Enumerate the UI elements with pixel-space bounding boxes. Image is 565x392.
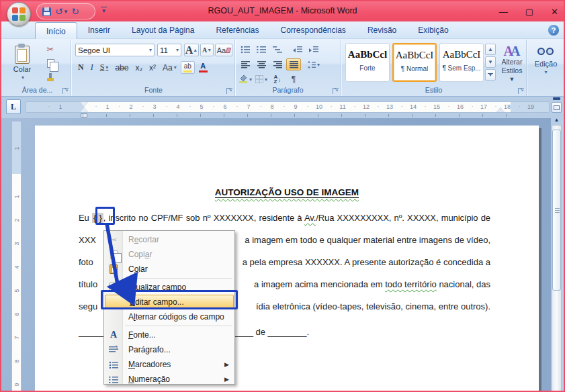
maximize-button[interactable]: ▢ bbox=[525, 7, 533, 16]
close-button[interactable]: ✕ bbox=[551, 7, 558, 16]
minimize-button[interactable]: — bbox=[499, 7, 508, 16]
tab-revisao[interactable]: Revisão bbox=[357, 21, 407, 39]
decrease-indent-button[interactable] bbox=[290, 43, 305, 55]
align-center-button[interactable] bbox=[254, 58, 269, 70]
menu-item-paragrafo[interactable]: ¶ Parágrafo... bbox=[104, 342, 234, 357]
increase-indent-button[interactable] bbox=[306, 43, 321, 55]
menu-item-alternar-codigos[interactable]: Alternar códigos de campo bbox=[104, 309, 234, 324]
tab-correspondencias[interactable]: Correspondências bbox=[269, 21, 356, 39]
align-left-button[interactable] bbox=[238, 58, 253, 70]
font-color-button[interactable]: A bbox=[196, 61, 210, 74]
menu-item-marcadores[interactable]: Marcadores ▶ bbox=[104, 357, 234, 372]
strikethrough-button[interactable]: abe bbox=[112, 61, 131, 74]
font-dialog-launcher-icon[interactable] bbox=[226, 88, 232, 94]
submenu-arrow-icon: ▶ bbox=[224, 376, 229, 383]
borders-button[interactable]: ▾ bbox=[254, 73, 269, 85]
document-title: AUTORIZAÇÃO USO DE IMAGEM bbox=[35, 187, 539, 197]
chevron-down-icon: ▾ bbox=[249, 77, 252, 83]
numbering-icon bbox=[107, 374, 120, 385]
vertical-ruler[interactable]: 1123456789 bbox=[11, 121, 21, 392]
chevron-down-icon: ▾ bbox=[528, 69, 564, 75]
style-sem-espacamento[interactable]: AaBbCcI ¶ Sem Esp... bbox=[439, 43, 484, 82]
font-group-label: Fonte bbox=[73, 86, 234, 95]
superscript-button[interactable]: x² bbox=[146, 61, 159, 74]
first-line-indent-marker[interactable] bbox=[80, 102, 88, 107]
scrollbar-track[interactable] bbox=[552, 125, 562, 392]
chevron-down-icon: ▾ bbox=[105, 64, 108, 70]
undo-caret-icon[interactable]: ▾ bbox=[64, 8, 68, 15]
justify-button[interactable] bbox=[286, 58, 301, 70]
tab-referencias[interactable]: Referências bbox=[205, 21, 269, 39]
italic-button[interactable]: I bbox=[88, 61, 96, 74]
paragraph-dialog-launcher-icon[interactable] bbox=[333, 88, 339, 94]
change-styles-button[interactable]: AA Alterar Estilos ▾ bbox=[498, 42, 525, 85]
line-spacing-button[interactable]: ▾ bbox=[305, 58, 322, 70]
svg-text:¶: ¶ bbox=[116, 346, 118, 349]
tab-layout-da-pagina[interactable]: Layout da Página bbox=[121, 21, 205, 39]
highlight-color-button[interactable]: ab bbox=[181, 61, 195, 74]
clipboard-dialog-launcher-icon[interactable] bbox=[62, 88, 69, 94]
styles-scroll-up-icon[interactable]: ▲ bbox=[485, 44, 496, 55]
copy-button[interactable] bbox=[42, 57, 59, 69]
menu-separator bbox=[125, 326, 232, 326]
paste-button[interactable]: Colar ▾ bbox=[8, 42, 36, 84]
undo-icon[interactable]: ↺ bbox=[55, 7, 63, 16]
bold-button[interactable]: N bbox=[75, 61, 87, 74]
scrollbar-thumb[interactable] bbox=[552, 130, 561, 291]
shading-button[interactable]: ▾ bbox=[238, 73, 253, 85]
horizontal-ruler[interactable]: 1·1·2·3·4·5·6·7·8·9·10·11·12·13·14·15·16… bbox=[26, 101, 550, 113]
paragraph-icon: ¶ bbox=[107, 344, 120, 355]
right-indent-marker[interactable] bbox=[496, 107, 505, 112]
font-name-combo[interactable]: Segoe UI▾ bbox=[75, 44, 155, 56]
change-case-button[interactable]: Aa▾ bbox=[160, 61, 179, 74]
group-styles: AaBbCcl Forte AaBbCcI ¶ Normal AaBbCcI ¶… bbox=[341, 40, 527, 96]
numbering-button[interactable] bbox=[254, 43, 269, 55]
font-color-bar-icon bbox=[199, 70, 208, 72]
shrink-font-button[interactable]: A▼ bbox=[200, 44, 214, 56]
paragraph-group-label: Parágrafo bbox=[235, 86, 341, 95]
chevron-down-icon: ▾ bbox=[265, 77, 267, 83]
word-window: RGOU_AUT_IMAGEM - Microsoft Word — ▢ ✕ ↺… bbox=[0, 0, 565, 392]
redo-icon[interactable]: ↻ bbox=[71, 7, 79, 16]
save-icon[interactable] bbox=[42, 7, 51, 16]
style-normal[interactable]: AaBbCcI ¶ Normal bbox=[392, 43, 437, 82]
scissors-icon: ✂ bbox=[47, 44, 54, 54]
format-painter-button[interactable] bbox=[42, 71, 59, 83]
cut-button[interactable]: ✂ bbox=[42, 43, 59, 55]
hanging-indent-marker[interactable] bbox=[80, 107, 88, 112]
scroll-up-icon[interactable]: ▲ bbox=[552, 115, 562, 124]
paste-icon bbox=[15, 46, 30, 64]
show-paragraph-marks-button[interactable]: ¶ bbox=[286, 73, 301, 85]
styles-dialog-launcher-icon[interactable] bbox=[518, 88, 524, 94]
customize-qat-icon[interactable]: ▾ bbox=[101, 7, 107, 14]
tab-stop-selector[interactable]: L bbox=[6, 99, 21, 114]
underline-button[interactable]: S▾ bbox=[97, 61, 112, 74]
multilevel-list-button[interactable] bbox=[270, 43, 285, 55]
tab-inicio[interactable]: Início bbox=[35, 22, 77, 40]
editing-group-label: Edição bbox=[528, 60, 564, 68]
menu-item-numeracao[interactable]: Numeração ▶ bbox=[104, 372, 234, 387]
tab-inserir[interactable]: Inserir bbox=[77, 21, 121, 39]
font-size-combo[interactable]: 11▾ bbox=[157, 44, 181, 56]
styles-scroll-down-icon[interactable]: ▼ bbox=[485, 56, 496, 68]
group-clipboard: Colar ▾ ✂ Área de... bbox=[4, 40, 71, 96]
copy-icon bbox=[47, 59, 54, 68]
clear-formatting-button[interactable]: Aa bbox=[215, 44, 232, 56]
ruler-ticks bbox=[83, 114, 510, 117]
styles-more-icon[interactable]: ▼ bbox=[485, 69, 496, 81]
menu-item-fonte[interactable]: A Fonte... bbox=[104, 328, 234, 342]
subscript-button[interactable]: x₂ bbox=[132, 61, 145, 74]
bullets-button[interactable] bbox=[238, 43, 253, 55]
split-window-handle[interactable] bbox=[553, 97, 560, 100]
office-button[interactable] bbox=[7, 2, 31, 26]
sort-button[interactable]: AZ↓ bbox=[270, 73, 285, 85]
help-icon[interactable]: ? bbox=[548, 25, 559, 36]
align-right-button[interactable] bbox=[270, 58, 285, 70]
style-forte[interactable]: AaBbCcl Forte bbox=[345, 43, 390, 82]
grow-font-button[interactable]: A▲ bbox=[184, 44, 199, 56]
view-ruler-toggle[interactable] bbox=[552, 102, 562, 113]
change-styles-icon: AA bbox=[504, 44, 521, 58]
tab-exibicao[interactable]: Exibição bbox=[407, 21, 459, 39]
chevron-down-icon: ▾ bbox=[176, 47, 179, 53]
group-editing[interactable]: Edição ▾ bbox=[528, 40, 564, 96]
